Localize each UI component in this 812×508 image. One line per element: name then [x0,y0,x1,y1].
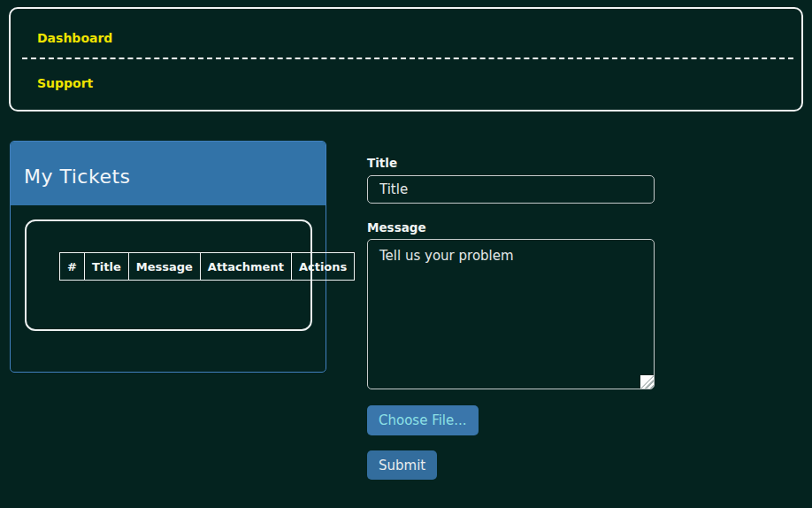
top-nav-panel: Dashboard Support [9,7,803,112]
submit-button[interactable]: Submit [367,450,437,480]
nav-link-support[interactable]: Support [37,76,93,90]
resize-handle-icon[interactable] [640,375,654,389]
column-header-message: Message [128,253,200,281]
new-ticket-form: Title Message Choose File... Submit [367,157,655,493]
column-header-number: # [60,253,85,281]
nav-divider [22,58,793,59]
my-tickets-title: My Tickets [24,160,131,188]
column-header-title: Title [84,253,128,281]
choose-file-button[interactable]: Choose File... [367,405,479,435]
tickets-table-header-row: # Title Message Attachment Actions [60,253,355,281]
nav-link-dashboard[interactable]: Dashboard [37,31,112,45]
column-header-actions: Actions [291,253,354,281]
column-header-attachment: Attachment [200,253,291,281]
message-label: Message [367,221,426,235]
my-tickets-header: My Tickets [11,142,326,205]
title-input[interactable] [367,175,655,204]
message-textarea-wrap [367,239,655,389]
message-textarea[interactable] [367,239,655,389]
my-tickets-panel: My Tickets # Title Message Attachment Ac… [10,141,326,373]
title-label: Title [367,157,397,170]
tickets-table: # Title Message Attachment Actions [59,252,355,281]
